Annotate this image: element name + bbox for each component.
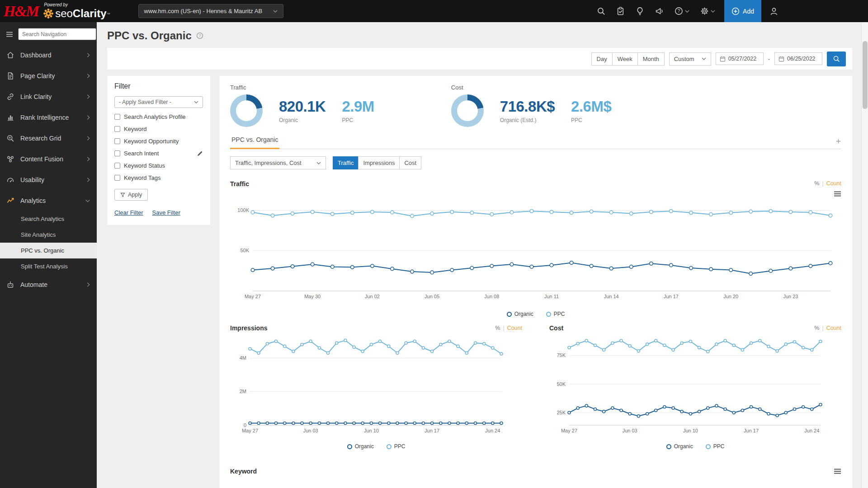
help-icon-button[interactable]: ? [675, 7, 689, 15]
chevron-right-icon [86, 136, 90, 141]
saved-filter-dropdown[interactable]: - Apply Saved Filter - [114, 96, 203, 108]
scrollbar-thumb[interactable] [863, 41, 868, 109]
sidebar-item-analytics[interactable]: Analytics [0, 190, 97, 211]
sidebar-item-rank-intelligence[interactable]: Rank Intelligence [0, 107, 97, 128]
svg-text:Jun 11: Jun 11 [544, 294, 559, 299]
svg-text:Jun 10: Jun 10 [364, 428, 379, 433]
save-filter-link[interactable]: Save Filter [152, 209, 180, 216]
date-from-input[interactable] [728, 56, 760, 62]
page-scrollbar[interactable] [861, 22, 868, 488]
toggle-traffic-button[interactable]: Traffic [333, 156, 359, 169]
pencil-icon[interactable] [197, 150, 203, 157]
sidebar-subitem-ppc-vs-organic[interactable]: PPC vs. Organic [0, 243, 97, 258]
percent-option[interactable]: % [814, 180, 819, 187]
checkbox-keyword-opportunity[interactable] [114, 138, 120, 144]
chevron-right-icon [86, 52, 90, 58]
hamburger-menu-icon[interactable] [5, 30, 14, 38]
date-from-field[interactable] [716, 52, 764, 65]
count-option[interactable]: Count [507, 325, 522, 331]
page-help-icon[interactable]: ? [196, 32, 203, 39]
date-to-input[interactable] [787, 56, 818, 62]
sidebar-nav: DashboardPage ClarityLink ClarityRank In… [0, 45, 97, 295]
legend-item-ppc[interactable]: PPC [387, 443, 406, 450]
brand-logo: H&M Powered by seoClarity™ [0, 2, 110, 20]
sidebar-item-usability[interactable]: Usability [0, 169, 97, 190]
svg-text:Jun 03: Jun 03 [303, 428, 318, 433]
sidebar-search-input[interactable] [18, 28, 96, 40]
period-month-button[interactable]: Month [637, 52, 665, 66]
checkbox-keyword[interactable] [114, 126, 120, 132]
toggle-cost-button[interactable]: Cost [399, 156, 421, 169]
legend-item-ppc[interactable]: PPC [706, 443, 725, 450]
sidebar-item-label: Research Grid [20, 135, 80, 142]
chevron-down-icon [711, 10, 715, 13]
legend-item-organic[interactable]: Organic [666, 443, 693, 450]
report-tabs: PPC vs. Organic [230, 136, 841, 149]
count-option[interactable]: Count [826, 180, 841, 187]
clipboard-check-icon-button[interactable] [616, 7, 625, 15]
svg-text:Jun 05: Jun 05 [425, 294, 439, 299]
sidebar-subitem-search-analytics[interactable]: Search Analytics [0, 211, 97, 227]
legend-item-organic[interactable]: Organic [347, 443, 374, 450]
svg-text:25K: 25K [557, 410, 566, 415]
cost-section: Cost %|Count 25K50K75KMay 27Jun 03Jun 10… [549, 324, 841, 450]
sidebar-subitem-split-test-analysis[interactable]: Split Test Analysis [0, 258, 97, 274]
clear-filter-link[interactable]: Clear Filter [114, 209, 143, 216]
sidebar-item-link-clarity[interactable]: Link Clarity [0, 86, 97, 107]
sidebar-item-label: Analytics [20, 197, 79, 204]
traffic-chart[interactable]: 50K100KMay 27May 30Jun 02Jun 05Jun 08Jun… [230, 197, 841, 310]
checkbox-keyword-tags[interactable] [114, 175, 120, 181]
add-tab-icon[interactable] [835, 138, 841, 144]
apply-date-search-button[interactable] [827, 52, 846, 66]
lightbulb-icon-button[interactable] [636, 7, 644, 15]
legend-item-ppc[interactable]: PPC [546, 311, 565, 317]
svg-text:Jun 24: Jun 24 [485, 428, 500, 433]
sidebar-item-content-fusion[interactable]: Content Fusion [0, 149, 97, 169]
percent-option[interactable]: % [814, 325, 819, 331]
sidebar-item-research-grid[interactable]: Research Grid [0, 128, 97, 149]
period-week-button[interactable]: Week [612, 52, 638, 66]
settings-icon-button[interactable] [700, 7, 715, 15]
filter-option-search-intent: Search Intent [114, 150, 203, 157]
domain-selector[interactable]: www.hm.com (US-en) - Hennes & Mauritz AB [138, 4, 284, 18]
legend-item-organic[interactable]: Organic [507, 311, 533, 317]
brand-clarity-text: Clarity [73, 7, 107, 20]
custom-range-dropdown[interactable]: Custom [669, 52, 711, 66]
date-toolbar: DayWeekMonth Custom - [107, 48, 852, 70]
svg-text:Jun 23: Jun 23 [783, 294, 798, 299]
date-to-field[interactable] [774, 52, 822, 65]
content-fusion-icon [6, 155, 14, 163]
apply-filter-button[interactable]: Apply [114, 189, 148, 201]
count-option[interactable]: Count [826, 325, 841, 331]
metric-dropdown[interactable]: Traffic, Impressions, Cost [230, 156, 326, 169]
checkbox-search-intent[interactable] [114, 150, 120, 156]
sidebar-item-page-clarity[interactable]: Page Clarity [0, 66, 97, 86]
add-button[interactable]: Add [724, 0, 761, 22]
megaphone-icon-button[interactable] [655, 7, 664, 15]
checkbox-label: Keyword Opportunity [124, 138, 179, 145]
checkbox-search-analytics-profile[interactable] [114, 114, 120, 120]
toggle-impressions-button[interactable]: Impressions [358, 156, 400, 169]
user-avatar-icon[interactable] [769, 7, 778, 16]
sidebar-item-automate[interactable]: Automate [0, 274, 97, 295]
legend-marker-icon [546, 312, 551, 317]
sidebar-subitem-site-analytics[interactable]: Site Analytics [0, 227, 97, 243]
ppc-cost-label: PPC [571, 117, 611, 123]
svg-text:75K: 75K [557, 352, 566, 358]
checkbox-keyword-status[interactable] [114, 163, 120, 169]
checkbox-label: Keyword Tags [124, 174, 160, 181]
page-clarity-icon [6, 72, 14, 80]
impressions-chart[interactable]: 02M4MMay 27Jun 03Jun 10Jun 17Jun 24 [230, 332, 510, 442]
sidebar-item-dashboard[interactable]: Dashboard [0, 45, 97, 66]
organic-traffic-label: Organic [279, 117, 326, 123]
tab-ppc-vs-organic[interactable]: PPC vs. Organic [230, 136, 279, 149]
keyword-section-title: Keyword [230, 468, 257, 475]
traffic-chart-menu-icon[interactable] [834, 191, 841, 197]
keyword-chart-menu-icon[interactable] [834, 468, 841, 474]
cost-chart[interactable]: 25K50K75KMay 27Jun 03Jun 10Jun 17Jun 24 [549, 332, 830, 442]
percent-option[interactable]: % [495, 325, 500, 331]
period-day-button[interactable]: Day [591, 52, 613, 66]
search-icon-button[interactable] [597, 7, 605, 15]
traffic-section-title: Traffic [230, 180, 249, 188]
svg-text:Jun 10: Jun 10 [683, 428, 698, 433]
